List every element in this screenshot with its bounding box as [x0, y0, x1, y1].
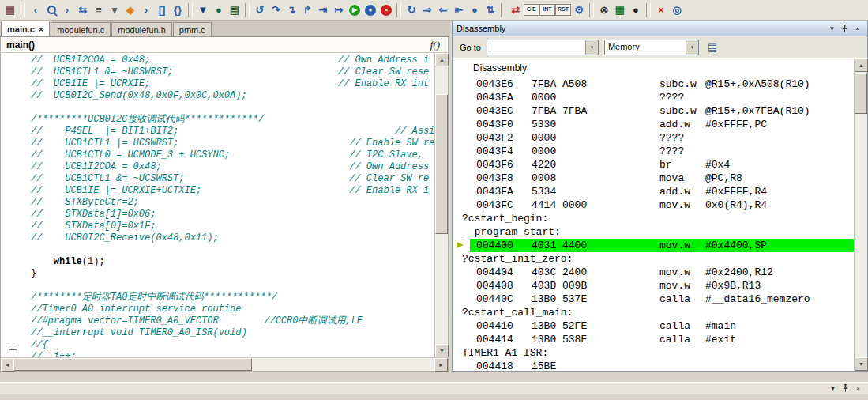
disassembly-label-row[interactable]: __program_start:	[453, 225, 854, 239]
select-braces-icon[interactable]: {}	[170, 2, 186, 18]
breakpoint-margin[interactable]	[453, 185, 470, 198]
disassembly-row[interactable]: 0043F20000????	[453, 131, 854, 145]
search-icon[interactable]	[43, 2, 59, 18]
disassembly-row[interactable]: 0043F05330add.w#0xFFFF,PC	[453, 118, 854, 131]
tab-pmm.c[interactable]: pmm.c	[173, 22, 212, 36]
scroll-left-icon[interactable]: ◄	[1, 358, 14, 372]
reset-icon[interactable]: ↺	[252, 2, 268, 18]
breakpoint-margin[interactable]	[453, 104, 470, 118]
power-icon[interactable]: ⊗	[596, 2, 612, 18]
disassembly-row[interactable]: 0044004031 4400mov.w#0x4400,SP	[453, 239, 854, 252]
chevron-down-icon[interactable]: ▾	[686, 40, 698, 55]
download-and-debug-icon[interactable]: ▼	[195, 2, 211, 18]
disassembly-row[interactable]: 0043F64220br#0x4	[453, 158, 854, 172]
breakpoint-margin[interactable]	[453, 279, 470, 292]
run-to-return-icon[interactable]: ⇐	[435, 2, 451, 18]
code-editor[interactable]: // UCB1I2COA = 0x48; // Own Address i// …	[1, 53, 434, 357]
breakpoint-margin[interactable]	[453, 306, 462, 319]
match-brackets-icon[interactable]: []	[154, 2, 170, 18]
next-statement-icon[interactable]: ⇥	[315, 2, 331, 18]
breakpoint-margin[interactable]	[453, 212, 462, 225]
int-icon[interactable]: INT	[539, 2, 555, 18]
close-tab-icon[interactable]: ×	[39, 25, 43, 33]
pin-icon[interactable]	[839, 23, 851, 34]
disassembly-label-row[interactable]: ?cstart_begin:	[453, 212, 854, 225]
dropdown-caret-icon[interactable]: ▾	[107, 2, 122, 18]
function-list-icon[interactable]: ≡	[91, 2, 107, 18]
scrollbar-thumb[interactable]	[855, 73, 867, 114]
disassembly-row[interactable]: 00441413B0 538Ecalla#exit	[453, 333, 854, 346]
back-icon[interactable]: ‹	[28, 2, 43, 18]
disassembly-row[interactable]: 0043FA5334add.w#0xFFFF,R4	[453, 185, 854, 198]
breakpoint-margin[interactable]	[453, 346, 462, 360]
go-icon[interactable]: ▶	[347, 2, 363, 18]
breakpoint-margin[interactable]	[453, 77, 470, 91]
stop-debug-icon[interactable]: ×	[378, 2, 394, 18]
swap-source-icon[interactable]: ⇆	[75, 2, 91, 18]
breakpoint-margin[interactable]	[453, 158, 470, 172]
breakpoint-margin[interactable]	[453, 333, 470, 346]
step-out-icon[interactable]: ↱	[299, 2, 315, 18]
breakpoint-margin[interactable]	[453, 131, 470, 145]
scrollbar-thumb[interactable]	[435, 94, 448, 234]
toggle-breakpoint-icon[interactable]: ●	[467, 2, 483, 18]
tab-main.c[interactable]: main.c×	[1, 21, 50, 36]
scroll-up-icon[interactable]: ▲	[855, 58, 868, 72]
breakpoint-margin[interactable]	[453, 319, 470, 333]
next-bookmark-icon[interactable]: ›	[138, 2, 154, 18]
goto-value[interactable]	[487, 40, 585, 55]
breakpoint-margin[interactable]	[453, 225, 462, 239]
breakpoint-margin[interactable]	[453, 252, 462, 266]
breakpoint-margin[interactable]	[453, 91, 470, 104]
function-list-button[interactable]: f()	[428, 39, 442, 51]
emulator-settings-icon[interactable]: ⚙	[571, 2, 587, 18]
disassembly-row[interactable]: 00441815BE	[453, 360, 854, 371]
scan-icon[interactable]: ◎	[669, 2, 685, 18]
autostep-icon[interactable]: ●	[363, 2, 378, 18]
disassembly-row[interactable]: 0043EC7FBA 7FBAsubc.w@R15+,0x7FBA(R10)	[453, 104, 854, 118]
breakpoint-margin[interactable]	[453, 198, 470, 212]
debug-without-download-icon[interactable]: ●	[211, 2, 227, 18]
app-icon[interactable]: ▦	[2, 2, 18, 18]
disassembly-label-row[interactable]: ?cstart_init_zero:	[453, 252, 854, 266]
tab-modulefun.h[interactable]: modulefun.h	[111, 22, 172, 36]
disassembly-row[interactable]: 0043E67FBA A508subc.w@R15+,0xA508(R10)	[453, 77, 854, 91]
memory-zone-select[interactable]: Memory ▾	[604, 40, 699, 55]
gie-icon[interactable]: GIE	[524, 2, 539, 18]
breakpoint-margin[interactable]	[453, 118, 470, 131]
disassembly-row[interactable]: 0043EA0000????	[453, 91, 854, 104]
disassembly-label-row[interactable]: ?cstart_call_main:	[453, 306, 854, 319]
fold-collapse-icon[interactable]: -	[9, 342, 17, 350]
run-to-cursor-icon[interactable]: ↦	[331, 2, 347, 18]
scroll-right-icon[interactable]: ►	[434, 358, 448, 372]
goto-pc-icon[interactable]: ⇒	[419, 2, 435, 18]
breakpoint-margin[interactable]	[453, 145, 470, 158]
refresh-icon[interactable]: ↻	[404, 2, 419, 18]
panel-menu-icon[interactable]: ▼	[827, 383, 839, 394]
disassembly-listing[interactable]: Disassembly 0043E67FBA A508subc.w@R15+,0…	[453, 58, 854, 371]
breakpoint-margin[interactable]	[453, 266, 470, 279]
disassembly-row[interactable]: 0043F40000????	[453, 145, 854, 158]
mixed-mode-icon[interactable]: ▤	[705, 40, 720, 55]
secure-device-icon[interactable]: ●	[628, 2, 644, 18]
rst-icon[interactable]: RST	[555, 2, 571, 18]
step-into-icon[interactable]: ↴	[284, 2, 299, 18]
breakpoint-margin[interactable]	[453, 292, 470, 306]
scroll-down-icon[interactable]: ▼	[435, 344, 449, 357]
bookmark-icon[interactable]: ◆	[122, 2, 138, 18]
breakpoint-margin[interactable]	[453, 360, 470, 371]
exchange-icon[interactable]: ⇄	[508, 2, 524, 18]
disassembly-vertical-scrollbar[interactable]: ▲ ▼	[854, 58, 867, 371]
scroll-up-icon[interactable]: ▲	[435, 53, 449, 66]
disassembly-row[interactable]: 0043F80008mova@PC,R8	[453, 172, 854, 185]
disassembly-row[interactable]: 00440C13B0 537Ecalla#__data16_memzero	[453, 292, 854, 306]
move-pc-icon[interactable]: ⇤	[451, 2, 467, 18]
close-panel-icon[interactable]: ×	[851, 23, 863, 34]
step-over-icon[interactable]: ↷	[268, 2, 284, 18]
chevron-down-icon[interactable]: ▾	[585, 40, 598, 55]
pin-icon[interactable]	[840, 383, 851, 394]
panel-menu-icon[interactable]: ▼	[826, 23, 838, 34]
scrollbar-thumb[interactable]	[13, 358, 252, 371]
forward-icon[interactable]: ›	[59, 2, 75, 18]
disassembly-row[interactable]: 0043FC4414 0000mov.w0x0(R4),R4	[453, 198, 854, 212]
